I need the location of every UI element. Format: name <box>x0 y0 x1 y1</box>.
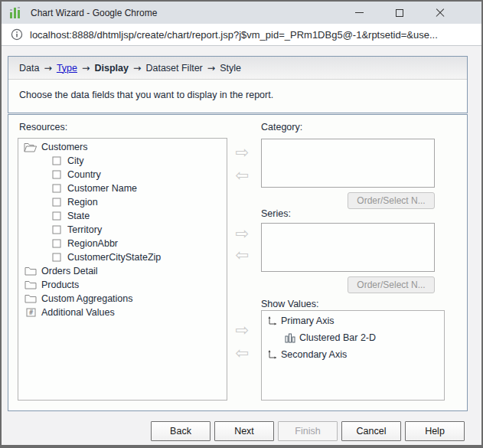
resource-item-territory[interactable]: Territory <box>18 223 227 237</box>
remove-from-series-arrow-icon[interactable] <box>233 247 251 265</box>
resource-item-country[interactable]: Country <box>18 168 227 181</box>
resource-item-region[interactable]: Region <box>18 195 227 209</box>
window-title: Chart Wizard - Google Chrome <box>31 8 157 18</box>
minimize-icon <box>355 12 364 13</box>
folder-icon <box>23 280 38 289</box>
wizard-body-panel: Resources: CustomersCityCountryCustomer … <box>8 114 468 411</box>
folder-icon <box>23 294 38 303</box>
address-bar: localhost:8888/dhtmljsp/create/chart/rep… <box>2 24 481 46</box>
field-icon <box>49 211 64 221</box>
minimize-button[interactable] <box>348 2 370 24</box>
series-list[interactable] <box>261 223 435 272</box>
breadcrumb-step-display: Display <box>94 63 128 74</box>
field-icon <box>49 170 64 179</box>
show-values-item-label: Secondary Axis <box>281 349 347 360</box>
field-icon <box>49 198 64 207</box>
resource-item-customers[interactable]: Customers <box>18 140 227 154</box>
maximize-icon <box>396 9 403 17</box>
title-bar: Chart Wizard - Google Chrome <box>2 2 481 24</box>
field-icon <box>49 156 64 165</box>
add-to-values-arrow-icon[interactable] <box>233 322 251 340</box>
url-text[interactable]: localhost:8888/dhtmljsp/create/chart/rep… <box>30 29 438 41</box>
show-values-tree: Primary AxisClustered Bar 2-DSecondary A… <box>261 310 445 401</box>
resource-item-label: State <box>67 211 90 221</box>
axis-icon <box>264 349 279 360</box>
resource-item-customercitystatezip[interactable]: CustomerCityStateZip <box>18 250 227 264</box>
breadcrumb-step-dataset-filter[interactable]: Dataset Filter <box>145 63 202 74</box>
add-to-series-arrow-icon[interactable] <box>233 225 251 244</box>
resource-item-label: Customer Name <box>67 183 137 194</box>
breadcrumb-arrow-icon: → <box>133 62 141 74</box>
resource-item-city[interactable]: City <box>18 154 227 168</box>
instruction-text: Choose the data fields that you want to … <box>8 80 467 100</box>
breadcrumb-step-type[interactable]: Type <box>57 63 77 74</box>
remove-from-category-arrow-icon[interactable] <box>233 167 251 185</box>
finish-button[interactable]: Finish <box>278 421 338 441</box>
resource-item-orders-detail[interactable]: Orders Detail <box>18 264 227 278</box>
resource-item-label: Territory <box>67 224 102 235</box>
resource-item-label: RegionAbbr <box>67 238 118 249</box>
app-logo-icon <box>9 6 23 19</box>
show-values-label: Show Values: <box>261 299 319 309</box>
resource-item-additional-values[interactable]: #Additional Values <box>18 306 227 319</box>
show-values-item-clustered-bar-2-d[interactable]: Clustered Bar 2-D <box>262 329 444 346</box>
maximize-button[interactable] <box>388 2 411 24</box>
series-order-select-button[interactable]: Order/Select N... <box>348 276 435 293</box>
resource-item-regionabbr[interactable]: RegionAbbr <box>18 237 227 250</box>
resource-item-state[interactable]: State <box>18 209 227 223</box>
resource-item-label: Country <box>67 169 101 180</box>
resource-item-label: Region <box>67 197 98 208</box>
breadcrumb-arrow-icon: → <box>207 62 215 74</box>
field-icon <box>49 253 64 262</box>
chart-wizard-window: Chart Wizard - Google Chrome localhost:8… <box>0 0 483 448</box>
hash-field-icon: # <box>23 308 38 317</box>
resource-item-label: Orders Detail <box>41 266 98 276</box>
page-info-icon[interactable] <box>11 28 23 41</box>
resource-item-products[interactable]: Products <box>18 278 227 292</box>
resource-item-custom-aggregations[interactable]: Custom Aggregations <box>18 292 227 306</box>
category-list[interactable] <box>261 139 435 188</box>
resources-tree: CustomersCityCountryCustomer NameRegionS… <box>18 138 227 401</box>
svg-text:#: # <box>28 309 34 316</box>
axis-icon <box>264 316 279 326</box>
field-icon <box>49 239 64 248</box>
show-values-item-primary-axis[interactable]: Primary Axis <box>262 312 444 329</box>
next-button[interactable]: Next <box>214 421 274 441</box>
resource-item-label: CustomerCityStateZip <box>67 252 161 263</box>
show-values-item-label: Clustered Bar 2-D <box>299 332 376 343</box>
breadcrumb-step-style[interactable]: Style <box>220 63 241 74</box>
breadcrumb-arrow-icon: → <box>44 62 51 74</box>
folder-open-icon <box>23 142 38 152</box>
resource-item-label: Customers <box>41 142 87 152</box>
breadcrumb-arrow-icon: → <box>82 62 90 74</box>
field-icon <box>49 225 64 234</box>
wizard-header-panel: Data → Type → Display → Dataset Filter →… <box>8 56 468 113</box>
category-order-select-button[interactable]: Order/Select N... <box>348 192 435 209</box>
folder-icon <box>23 267 38 276</box>
category-label: Category: <box>261 122 302 132</box>
resource-item-customer-name[interactable]: Customer Name <box>18 181 227 195</box>
breadcrumb: Data → Type → Display → Dataset Filter →… <box>8 57 467 80</box>
show-values-item-label: Primary Axis <box>281 316 334 326</box>
breadcrumb-step-data[interactable]: Data <box>19 63 39 74</box>
show-values-item-secondary-axis[interactable]: Secondary Axis <box>262 346 444 363</box>
close-icon <box>436 8 445 18</box>
field-icon <box>49 184 64 193</box>
resource-item-label: Products <box>41 280 79 290</box>
back-button[interactable]: Back <box>151 421 210 441</box>
resource-item-label: Custom Aggregations <box>41 293 133 304</box>
help-button[interactable]: Help <box>405 421 465 441</box>
remove-from-values-arrow-icon[interactable] <box>233 345 251 363</box>
resources-label: Resources: <box>19 122 67 132</box>
window-controls <box>330 2 452 24</box>
series-label: Series: <box>261 208 291 219</box>
close-button[interactable] <box>429 2 452 24</box>
cancel-button[interactable]: Cancel <box>341 421 401 441</box>
resource-item-label: City <box>67 155 84 166</box>
bar-chart-icon <box>282 333 297 343</box>
add-to-category-arrow-icon[interactable] <box>233 144 251 162</box>
resource-item-label: Additional Values <box>41 307 115 318</box>
